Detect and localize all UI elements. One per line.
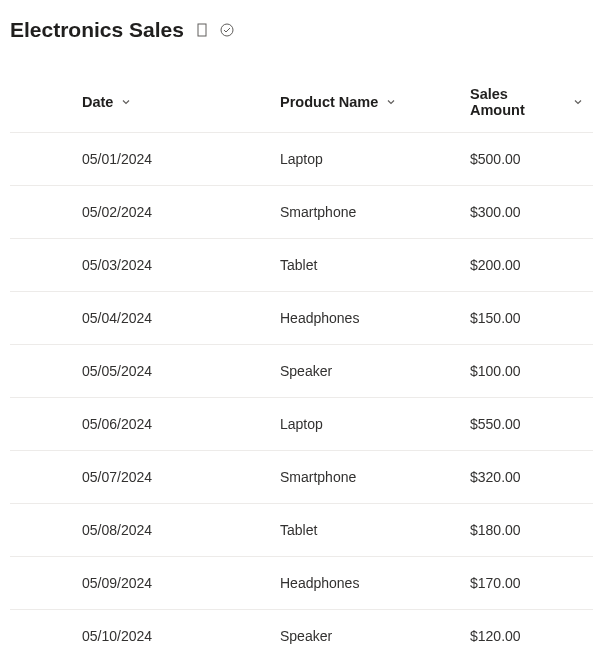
- page-title: Electronics Sales: [10, 18, 184, 42]
- cell-product: Smartphone: [270, 186, 460, 239]
- cell-date: 05/01/2024: [10, 133, 270, 186]
- table-row[interactable]: 05/08/2024Tablet$180.00: [10, 504, 593, 557]
- cell-date: 05/05/2024: [10, 345, 270, 398]
- sales-table: Date Product Name: [10, 74, 593, 649]
- table-row[interactable]: 05/05/2024Speaker$100.00: [10, 345, 593, 398]
- column-header-date[interactable]: Date: [10, 74, 270, 133]
- cell-date: 05/07/2024: [10, 451, 270, 504]
- table-row[interactable]: 05/01/2024Laptop$500.00: [10, 133, 593, 186]
- table-row[interactable]: 05/10/2024Speaker$120.00: [10, 610, 593, 650]
- cell-date: 05/06/2024: [10, 398, 270, 451]
- cell-product: Tablet: [270, 504, 460, 557]
- cell-date: 05/03/2024: [10, 239, 270, 292]
- cell-amount: $100.00: [460, 345, 593, 398]
- chevron-down-icon: [386, 94, 396, 110]
- cell-amount: $170.00: [460, 557, 593, 610]
- table-row[interactable]: 05/03/2024Tablet$200.00: [10, 239, 593, 292]
- check-circle-icon[interactable]: [220, 23, 234, 37]
- cell-product: Speaker: [270, 610, 460, 650]
- table-row[interactable]: 05/07/2024Smartphone$320.00: [10, 451, 593, 504]
- cell-product: Smartphone: [270, 451, 460, 504]
- cell-date: 05/04/2024: [10, 292, 270, 345]
- table-row[interactable]: 05/04/2024Headphones$150.00: [10, 292, 593, 345]
- column-header-amount[interactable]: Sales Amount: [460, 74, 593, 133]
- cell-amount: $300.00: [460, 186, 593, 239]
- cell-product: Laptop: [270, 133, 460, 186]
- cell-amount: $200.00: [460, 239, 593, 292]
- cell-amount: $120.00: [460, 610, 593, 650]
- page-header: Electronics Sales: [0, 0, 603, 50]
- column-label: Sales Amount: [470, 86, 565, 118]
- cell-product: Tablet: [270, 239, 460, 292]
- bookmark-icon[interactable]: [196, 23, 208, 37]
- column-label: Product Name: [280, 94, 378, 110]
- column-label: Date: [82, 94, 113, 110]
- chevron-down-icon: [121, 94, 131, 110]
- svg-point-1: [221, 24, 233, 36]
- cell-date: 05/10/2024: [10, 610, 270, 650]
- cell-amount: $150.00: [460, 292, 593, 345]
- cell-amount: $550.00: [460, 398, 593, 451]
- table-row[interactable]: 05/09/2024Headphones$170.00: [10, 557, 593, 610]
- cell-product: Headphones: [270, 557, 460, 610]
- cell-amount: $320.00: [460, 451, 593, 504]
- cell-date: 05/08/2024: [10, 504, 270, 557]
- cell-date: 05/02/2024: [10, 186, 270, 239]
- cell-amount: $500.00: [460, 133, 593, 186]
- cell-product: Speaker: [270, 345, 460, 398]
- svg-rect-0: [198, 24, 206, 36]
- cell-date: 05/09/2024: [10, 557, 270, 610]
- sales-table-container: Date Product Name: [0, 50, 603, 649]
- chevron-down-icon: [573, 94, 583, 110]
- table-row[interactable]: 05/02/2024Smartphone$300.00: [10, 186, 593, 239]
- table-header-row: Date Product Name: [10, 74, 593, 133]
- cell-product: Headphones: [270, 292, 460, 345]
- column-header-product[interactable]: Product Name: [270, 74, 460, 133]
- cell-amount: $180.00: [460, 504, 593, 557]
- cell-product: Laptop: [270, 398, 460, 451]
- table-row[interactable]: 05/06/2024Laptop$550.00: [10, 398, 593, 451]
